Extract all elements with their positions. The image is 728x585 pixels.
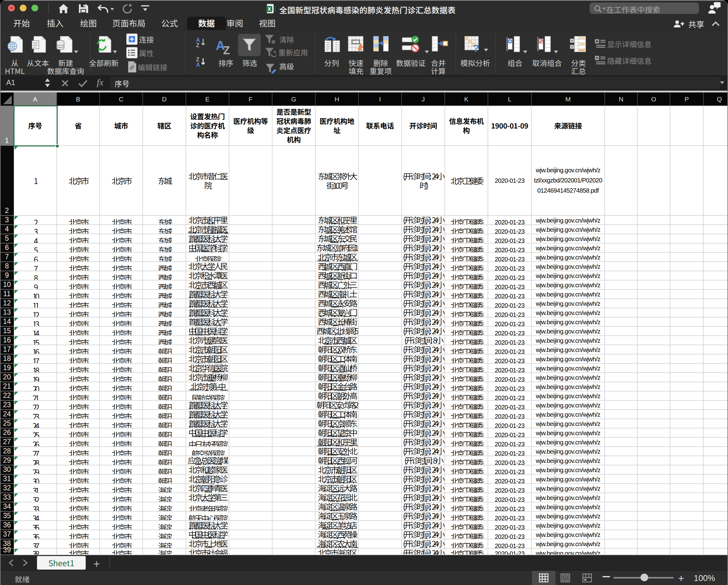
svg-text:Z: Z (223, 44, 230, 55)
svg-text:?: ? (473, 42, 479, 53)
svg-text:Z: Z (196, 42, 200, 48)
